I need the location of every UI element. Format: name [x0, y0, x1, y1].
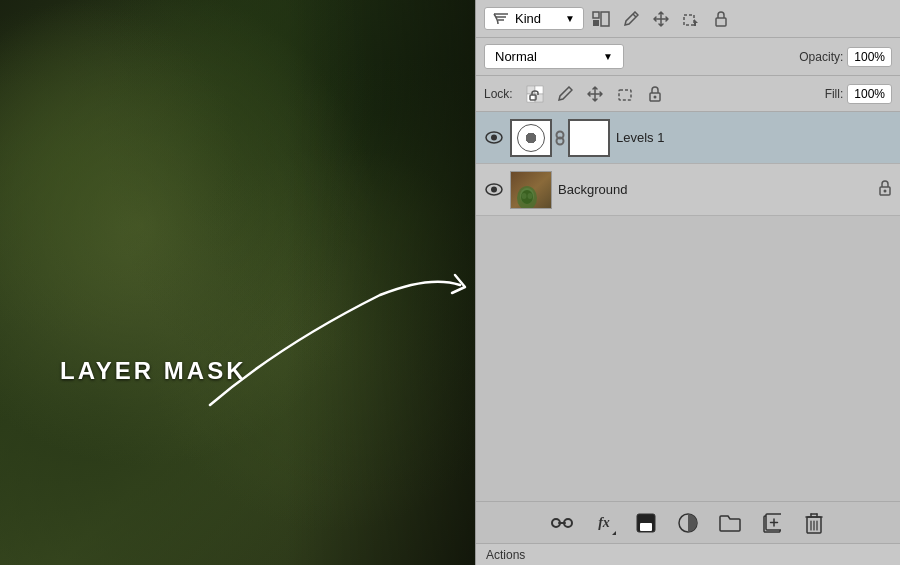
delete-layer-btn[interactable] — [800, 509, 828, 537]
background-thumb — [510, 171, 552, 209]
lock-badge-icon — [878, 180, 892, 196]
svg-rect-2 — [601, 12, 609, 26]
layers-panel: Kind ▼ — [475, 0, 900, 565]
svg-rect-6 — [527, 86, 535, 94]
opacity-label: Opacity: — [799, 50, 843, 64]
lock-position-icon — [587, 86, 603, 102]
lock-all-icon — [648, 86, 662, 102]
fx-label: fx — [598, 515, 610, 531]
kind-dropdown[interactable]: Kind ▼ — [484, 7, 584, 30]
add-effect-btn[interactable]: fx — [590, 509, 618, 537]
lock-filter-btn[interactable] — [708, 6, 734, 32]
lock-artboard-btn[interactable] — [613, 82, 637, 106]
selection-icon — [683, 11, 699, 27]
layer-row-levels1[interactable]: Levels 1 — [476, 112, 900, 164]
trash-icon — [805, 512, 823, 534]
new-layer-icon — [763, 513, 781, 533]
layer-mask-label: LAYER MASK — [60, 357, 246, 385]
mask-gradient — [570, 121, 608, 155]
fill-input[interactable]: 100% — [847, 84, 892, 104]
lock-artboard-icon — [617, 86, 633, 102]
background-name: Background — [558, 182, 872, 197]
svg-rect-0 — [593, 12, 599, 18]
brush-filter-btn[interactable] — [618, 6, 644, 32]
fill-row: Fill: 100% — [825, 84, 892, 104]
levels1-adjustment-icon — [517, 124, 545, 152]
levels1-thumbnails — [510, 119, 610, 157]
lock-label: Lock: — [484, 87, 513, 101]
new-layer-btn[interactable] — [758, 509, 786, 537]
svg-rect-7 — [535, 86, 543, 94]
visibility-levels1[interactable] — [484, 131, 504, 144]
eye-icon-background — [485, 183, 503, 196]
actions-tab[interactable]: Actions — [476, 543, 900, 565]
kind-label: Kind — [515, 11, 541, 26]
background-thumbnails — [510, 171, 552, 209]
bottom-toolbar: fx — [476, 501, 900, 543]
svg-rect-1 — [593, 20, 599, 26]
opacity-row: Opacity: 100% — [799, 47, 892, 67]
svg-rect-31 — [640, 523, 652, 531]
lock-transparent-icon — [526, 85, 544, 103]
layers-list: Levels 1 — [476, 112, 900, 501]
canvas-background — [0, 0, 475, 565]
select-filter-btn[interactable] — [678, 6, 704, 32]
svg-point-19 — [491, 187, 497, 193]
svg-rect-11 — [619, 90, 631, 100]
svg-rect-5 — [716, 18, 726, 26]
kind-toolbar-row: Kind ▼ — [476, 0, 900, 38]
fill-layer-icon — [636, 513, 656, 533]
pixel-icon — [592, 11, 610, 27]
adjustment-icon — [678, 513, 698, 533]
svg-rect-4 — [684, 15, 694, 25]
kind-filter-icon — [493, 12, 509, 26]
blend-dropdown-arrow: ▼ — [603, 51, 613, 62]
brush-icon — [623, 11, 639, 27]
lock-transparent-btn[interactable] — [523, 82, 547, 106]
opacity-input[interactable]: 100% — [847, 47, 892, 67]
svg-point-25 — [528, 193, 533, 199]
layers-empty-area — [476, 216, 900, 416]
new-adjustment-btn[interactable] — [674, 509, 702, 537]
canvas-area: LAYER MASK — [0, 0, 475, 565]
visibility-background[interactable] — [484, 183, 504, 196]
background-thumb-svg — [511, 172, 552, 209]
layer-row-background[interactable]: Background — [476, 164, 900, 216]
levels1-adjustment-thumb — [510, 119, 552, 157]
fill-label: Fill: — [825, 87, 844, 101]
move-filter-btn[interactable] — [648, 6, 674, 32]
new-group-btn[interactable] — [716, 509, 744, 537]
lock-fill-row: Lock: — [476, 76, 900, 112]
lock-all-btn[interactable] — [643, 82, 667, 106]
blend-mode-value: Normal — [495, 49, 537, 64]
lock-position-btn[interactable] — [583, 82, 607, 106]
kind-dropdown-arrow: ▼ — [565, 13, 575, 24]
link-layers-btn[interactable] — [548, 509, 576, 537]
svg-point-13 — [653, 95, 656, 98]
lock-brush-icon — [557, 86, 573, 102]
background-lock-badge — [878, 180, 892, 200]
levels1-name: Levels 1 — [616, 130, 892, 145]
actions-tab-label: Actions — [486, 548, 525, 562]
blend-mode-dropdown[interactable]: Normal ▼ — [484, 44, 624, 69]
svg-line-3 — [633, 14, 636, 17]
new-fill-layer-btn[interactable] — [632, 509, 660, 537]
link-icon — [551, 514, 573, 532]
svg-point-15 — [491, 135, 497, 141]
move-icon — [653, 11, 669, 27]
folder-icon — [719, 514, 741, 532]
eye-icon-levels1 — [485, 131, 503, 144]
levels1-mask-thumb — [568, 119, 610, 157]
svg-point-27 — [884, 189, 887, 192]
chain-icon-levels1 — [552, 119, 568, 157]
blend-opacity-row: Normal ▼ Opacity: 100% — [476, 38, 900, 76]
lock-image-btn[interactable] — [553, 82, 577, 106]
lock-icon-filter — [714, 11, 728, 27]
chain-svg — [554, 130, 566, 146]
pixel-filter-btn[interactable] — [588, 6, 614, 32]
svg-point-24 — [522, 193, 527, 199]
fx-indicator — [612, 531, 616, 535]
